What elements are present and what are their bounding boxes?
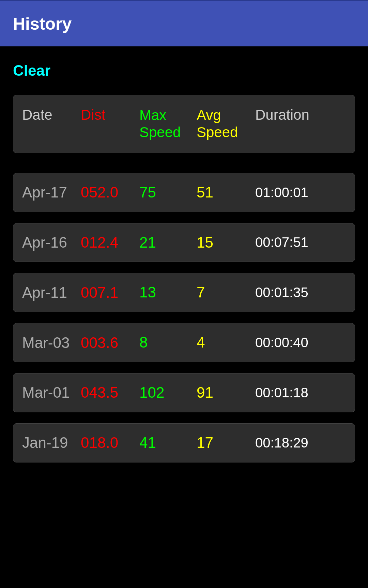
app-header: History xyxy=(0,0,368,46)
clear-button[interactable]: Clear xyxy=(13,62,50,79)
cell-max-speed: 8 xyxy=(139,334,197,352)
cell-max-speed: 41 xyxy=(139,434,197,452)
cell-duration: 00:00:40 xyxy=(255,335,346,350)
table-body: Apr-17052.0755101:00:01Apr-16012.4211500… xyxy=(13,173,355,462)
page-title: History xyxy=(13,14,72,34)
table-row[interactable]: Jan-19018.0411700:18:29 xyxy=(13,423,355,462)
cell-date: Apr-17 xyxy=(22,184,81,201)
cell-max-speed: 102 xyxy=(139,384,197,402)
cell-date: Mar-03 xyxy=(22,334,81,351)
column-header-dist: Dist xyxy=(81,107,139,123)
column-header-duration: Duration xyxy=(255,107,346,123)
column-header-max-speed: Max Speed xyxy=(139,107,197,141)
cell-dist: 018.0 xyxy=(81,434,139,451)
cell-duration: 00:01:18 xyxy=(255,385,346,400)
cell-dist: 052.0 xyxy=(81,184,139,201)
column-header-avg-speed: Avg Speed xyxy=(197,107,255,141)
cell-dist: 003.6 xyxy=(81,334,139,351)
cell-avg-speed: 15 xyxy=(197,234,255,252)
cell-duration: 00:18:29 xyxy=(255,435,346,451)
table-header: Date Dist Max Speed Avg Speed Duration xyxy=(13,95,355,153)
cell-avg-speed: 91 xyxy=(197,384,255,402)
cell-date: Apr-11 xyxy=(22,284,81,301)
cell-duration: 00:07:51 xyxy=(255,235,346,250)
cell-max-speed: 75 xyxy=(139,183,197,202)
cell-date: Mar-01 xyxy=(22,384,81,401)
cell-duration: 00:01:35 xyxy=(255,285,346,300)
cell-dist: 043.5 xyxy=(81,384,139,401)
table-row[interactable]: Apr-16012.4211500:07:51 xyxy=(13,223,355,262)
cell-avg-speed: 17 xyxy=(197,434,255,452)
content-area: Clear Date Dist Max Speed Avg Speed Dura… xyxy=(0,46,368,462)
cell-dist: 012.4 xyxy=(81,234,139,251)
cell-avg-speed: 4 xyxy=(197,334,255,352)
cell-dist: 007.1 xyxy=(81,284,139,301)
column-header-date: Date xyxy=(22,107,81,123)
cell-date: Apr-16 xyxy=(22,234,81,251)
table-row[interactable]: Apr-11007.113700:01:35 xyxy=(13,273,355,312)
table-row[interactable]: Mar-01043.51029100:01:18 xyxy=(13,373,355,412)
cell-max-speed: 13 xyxy=(139,283,197,302)
cell-avg-speed: 51 xyxy=(197,183,255,202)
cell-date: Jan-19 xyxy=(22,434,81,451)
table-row[interactable]: Mar-03003.68400:00:40 xyxy=(13,323,355,362)
table-row[interactable]: Apr-17052.0755101:00:01 xyxy=(13,173,355,212)
cell-avg-speed: 7 xyxy=(197,283,255,302)
cell-duration: 01:00:01 xyxy=(255,185,346,200)
cell-max-speed: 21 xyxy=(139,234,197,252)
